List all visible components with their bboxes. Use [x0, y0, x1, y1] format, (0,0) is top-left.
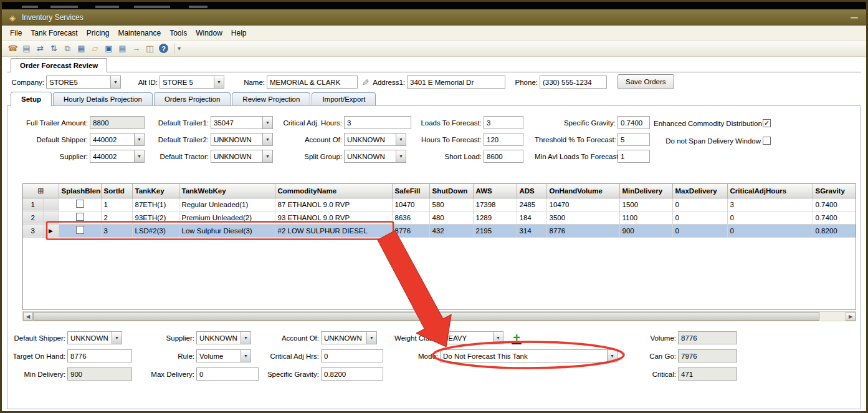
table-icon[interactable]: ▦	[75, 42, 87, 54]
default-shipper-combo[interactable]: UNKNOWN▼	[67, 331, 122, 344]
short-load-input[interactable]	[484, 150, 523, 163]
send-receive-icon[interactable]: ⇄	[34, 42, 46, 54]
chevron-down-icon[interactable]: ▼	[607, 350, 617, 362]
grid-corner-icon[interactable]: ⊞	[23, 184, 59, 198]
scrollbar-thumb[interactable]	[33, 312, 819, 321]
minimize-button[interactable]: —	[847, 14, 861, 21]
table-row[interactable]: 3▶3LSD#2(3)Low Sulphur Diesel(3)#2 LOW S…	[23, 224, 856, 237]
chevron-down-icon[interactable]: ▼	[134, 150, 144, 162]
chevron-down-icon[interactable]: ▼	[241, 350, 250, 362]
row-number[interactable]: 3	[23, 224, 43, 237]
splashblend-checkbox[interactable]	[76, 200, 84, 208]
default-trailer1-combo[interactable]: 35047▼	[211, 116, 273, 129]
save-orders-button[interactable]: Save Orders	[618, 74, 674, 89]
column-header-shutdown[interactable]: ShutDown	[429, 184, 473, 198]
row-number[interactable]: 1	[23, 198, 43, 211]
cell-safefill[interactable]: 10470	[392, 198, 429, 211]
cell-sgravity[interactable]: 0.8200	[813, 224, 856, 237]
cell-criticaladjhours[interactable]: 3	[727, 198, 813, 211]
exit-icon[interactable]: ◫	[144, 42, 156, 54]
tab-review-projection[interactable]: Review Projection	[232, 92, 310, 105]
cell-shutdown[interactable]: 480	[429, 211, 473, 224]
threshold-pct-input[interactable]	[618, 133, 650, 146]
default-trailer2-combo[interactable]: UNKNOWN▼	[211, 133, 273, 146]
add-icon[interactable]: +	[512, 332, 522, 344]
cell-onhandvolume[interactable]: 8776	[546, 224, 619, 237]
supplier-combo[interactable]: UNKNOWN▼	[196, 331, 251, 344]
phone-input[interactable]	[540, 75, 607, 89]
cell-sortid[interactable]: 3	[101, 224, 132, 237]
enhanced-commodity-distribution-checkbox[interactable]: ✓	[763, 119, 771, 127]
full-trailer-amount-input[interactable]	[90, 116, 145, 129]
copy-icon[interactable]: ⧉	[62, 42, 74, 54]
chevron-down-icon[interactable]: ▼	[262, 117, 272, 129]
cell-ads[interactable]: 2485	[517, 198, 546, 211]
title-bar[interactable]: ◈ Inventory Services —	[2, 9, 866, 26]
tab-setup[interactable]: Setup	[11, 92, 52, 106]
cell-tankwebkey[interactable]: Regular Unleaded(1)	[179, 198, 275, 211]
alt-id-combo[interactable]: STORE 5▼	[160, 75, 224, 89]
cell-tankkey[interactable]: 87ETH(1)	[132, 198, 179, 211]
critical-adj-hours-input[interactable]	[344, 116, 411, 129]
column-header-safefill[interactable]: SafeFill	[392, 184, 429, 198]
chevron-down-icon[interactable]: ▼	[214, 76, 224, 88]
scroll-right-icon[interactable]: ▶	[846, 312, 856, 321]
cell-safefill[interactable]: 8776	[392, 224, 429, 237]
company-combo[interactable]: STORE5▼	[46, 75, 121, 89]
cell-sgravity[interactable]: 0.7400	[813, 198, 856, 211]
save-icon[interactable]: ▣	[103, 42, 115, 54]
phone-icon[interactable]: ☎	[7, 42, 19, 54]
table-row[interactable]: 2293ETH(2)Premium Unleaded(2)93 ETHANOL …	[23, 211, 856, 224]
max-delivery-input[interactable]	[196, 367, 259, 381]
mode-combo[interactable]: Do Not Forecast This Tank▼	[440, 349, 618, 362]
cell-ads[interactable]: 314	[517, 224, 546, 237]
menu-item-pricing[interactable]: Pricing	[82, 27, 114, 39]
toolbar-overflow-icon[interactable]: ▾	[174, 43, 181, 54]
menu-item-tools[interactable]: Tools	[165, 27, 191, 39]
cell-tankkey[interactable]: LSD#2(3)	[132, 224, 179, 237]
cell-tankwebkey[interactable]: Premium Unleaded(2)	[179, 211, 275, 224]
grid-icon[interactable]: ▦	[117, 42, 128, 54]
hours-to-forecast-input[interactable]	[484, 133, 523, 146]
eraser-icon[interactable]: ✎	[359, 75, 371, 89]
column-header-criticaladjhours[interactable]: CriticalAdjHours	[727, 184, 813, 198]
column-header-tankwebkey[interactable]: TankWebKey	[179, 184, 275, 198]
target-on-hand-input[interactable]	[67, 349, 132, 362]
chevron-down-icon[interactable]: ▼	[262, 150, 272, 162]
specific-gravity-input[interactable]	[321, 367, 383, 381]
chevron-down-icon[interactable]: ▼	[396, 134, 406, 145]
cell-maxdelivery[interactable]: 0	[672, 198, 727, 211]
cell-commodityname[interactable]: 87 ETHANOL 9.0 RVP	[275, 198, 392, 211]
chevron-down-icon[interactable]: ▼	[493, 332, 503, 344]
cell-aws[interactable]: 1289	[473, 211, 517, 224]
menu-item-help[interactable]: Help	[227, 27, 251, 39]
chevron-down-icon[interactable]: ▼	[110, 76, 120, 88]
default-shipper-combo[interactable]: 440002▼	[90, 133, 145, 146]
menu-item-maintenance[interactable]: Maintenance	[113, 27, 165, 39]
account-of-combo[interactable]: UNKNOWN▼	[321, 331, 377, 344]
cell-mindelivery[interactable]: 900	[619, 224, 672, 237]
chevron-down-icon[interactable]: ▼	[112, 332, 122, 344]
report-icon[interactable]: ▤	[21, 42, 32, 54]
column-header-tankkey[interactable]: TankKey	[132, 184, 179, 198]
menu-item-tank-forecast[interactable]: Tank Forecast	[26, 27, 82, 39]
cell-mindelivery[interactable]: 1100	[619, 211, 672, 224]
cell-onhandvolume[interactable]: 10470	[546, 198, 619, 211]
column-header-aws[interactable]: AWS	[473, 184, 517, 198]
tab-import-export[interactable]: Import/Export	[312, 92, 376, 105]
name-input[interactable]	[267, 75, 358, 89]
specific-gravity-input[interactable]	[618, 116, 650, 129]
address1-input[interactable]	[407, 75, 505, 89]
splashblend-checkbox[interactable]	[76, 226, 84, 234]
menu-item-file[interactable]: File	[6, 27, 26, 39]
cell-safefill[interactable]: 8636	[392, 211, 429, 224]
cell-tankkey[interactable]: 93ETH(2)	[132, 211, 179, 224]
can-go-input[interactable]	[678, 349, 737, 362]
cell-mindelivery[interactable]: 1500	[619, 198, 672, 211]
cell-shutdown[interactable]: 580	[429, 198, 473, 211]
cell-shutdown[interactable]: 432	[429, 224, 473, 237]
row-number[interactable]: 2	[23, 211, 43, 224]
chevron-down-icon[interactable]: ▼	[134, 134, 144, 145]
rule-combo[interactable]: Volume▼	[196, 349, 251, 362]
supplier-combo[interactable]: 440002▼	[90, 150, 145, 163]
